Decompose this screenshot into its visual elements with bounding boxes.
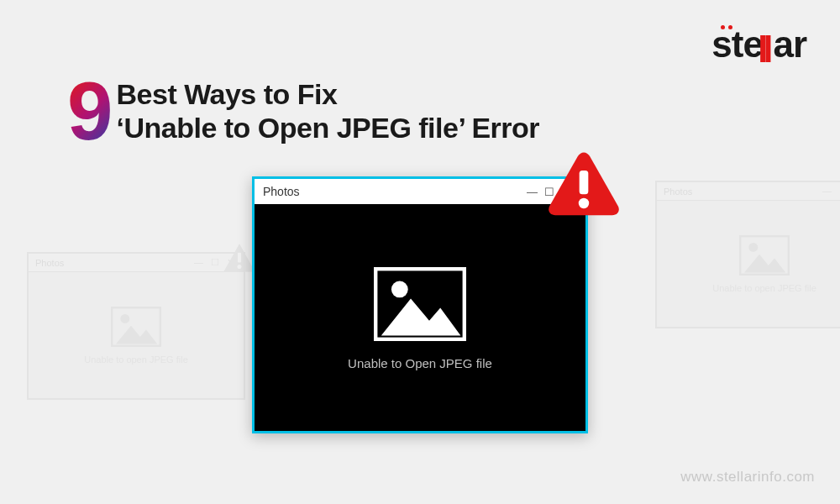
faded-window-titlebar: Photos — ☐ ✕ [29, 254, 244, 272]
main-window-titlebar: Photos —☐✕ [255, 179, 585, 204]
faded-window-title: Photos [35, 258, 64, 268]
faded-window-left: Photos — ☐ ✕ Unable to open JPEG file [27, 252, 245, 400]
faded-window-body: Unable to open JPEG file [657, 201, 840, 327]
faded-window-title: Photos [664, 186, 692, 197]
faded-window-frame: Photos — ☐ ✕ Unable to open JPEG file [655, 181, 840, 328]
brand-logo: stellar [711, 24, 806, 66]
logo-part-1: ste [711, 24, 763, 65]
main-window-title: Photos [263, 185, 300, 198]
faded-window-right: Photos — ☐ ✕ Unable to open JPEG file [655, 181, 840, 328]
svg-point-1 [120, 314, 129, 323]
faded-window-controls: — ☐ ✕ [822, 186, 840, 197]
main-error-text: Unable to Open JPEG file [348, 356, 492, 370]
image-mountain-icon [111, 306, 161, 348]
svg-marker-8 [744, 255, 785, 273]
main-window-body: Unable to Open JPEG file [255, 204, 585, 431]
headline: 9 Best Ways to Fix ‘Unable to Open JPEG … [67, 77, 539, 144]
image-mountain-icon [374, 265, 466, 343]
faded-window-frame: Photos — ☐ ✕ Unable to open JPEG file [27, 252, 245, 400]
image-mountain-icon [739, 234, 790, 276]
svg-point-5 [237, 265, 241, 269]
watermark-url: www.stellarinfo.com [680, 469, 815, 486]
headline-number: 9 [67, 77, 113, 144]
svg-rect-15 [580, 171, 589, 194]
logo-part-2: ar [773, 24, 806, 65]
headline-text: Best Ways to Fix ‘Unable to Open JPEG fi… [117, 77, 540, 144]
svg-marker-14 [381, 298, 461, 335]
logo-part-mid: ll [763, 27, 773, 69]
svg-marker-2 [116, 326, 157, 344]
faded-window-body: Unable to open JPEG file [29, 272, 244, 398]
faded-error-text: Unable to open JPEG file [84, 354, 188, 365]
svg-point-13 [391, 281, 408, 297]
svg-point-16 [579, 198, 589, 208]
headline-line-2: ‘Unable to Open JPEG file’ Error [117, 111, 540, 144]
headline-line-1: Best Ways to Fix [117, 77, 540, 111]
svg-rect-4 [238, 253, 241, 263]
faded-error-text: Unable to open JPEG file [712, 283, 816, 293]
faded-window-titlebar: Photos — ☐ ✕ [657, 182, 840, 201]
svg-point-7 [748, 243, 758, 252]
alert-triangle-icon [546, 150, 622, 217]
main-error-window: Photos —☐✕ Unable to Open JPEG file [252, 176, 588, 433]
